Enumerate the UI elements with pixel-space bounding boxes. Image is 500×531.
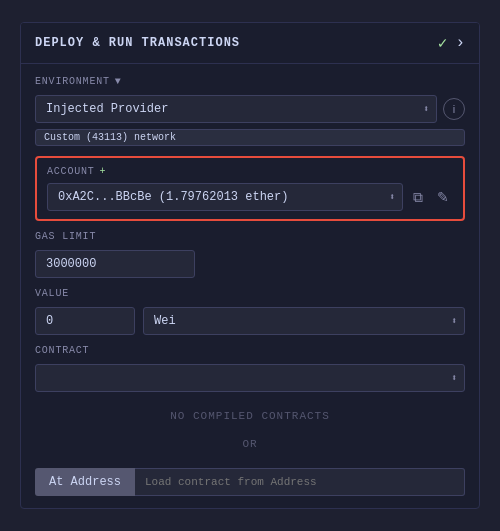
gas-limit-section: GAS LIMIT — [35, 231, 465, 278]
gas-limit-input[interactable] — [35, 250, 195, 278]
environment-row: Injected Provider JavaScript VM Web3 Pro… — [35, 95, 465, 123]
contract-select-wrapper: ⬍ — [35, 364, 465, 392]
account-select-wrapper: 0xA2C...BBcBe (1.79762013 ether) ⬍ — [47, 183, 403, 211]
environment-select-wrapper: Injected Provider JavaScript VM Web3 Pro… — [35, 95, 437, 123]
environment-info-button[interactable]: i — [443, 98, 465, 120]
at-address-input[interactable] — [135, 468, 465, 496]
environment-select[interactable]: Injected Provider JavaScript VM Web3 Pro… — [35, 95, 437, 123]
chevron-right-icon[interactable]: › — [455, 34, 465, 52]
network-badge: Custom (43113) network — [35, 129, 465, 146]
no-contracts-text: NO COMPILED CONTRACTS — [35, 402, 465, 426]
at-address-button[interactable]: At Address — [35, 468, 135, 496]
value-input[interactable] — [35, 307, 135, 335]
at-address-row: At Address — [35, 468, 465, 496]
or-text: OR — [35, 436, 465, 458]
environment-section: ENVIRONMENT ▼ Injected Provider JavaScri… — [35, 76, 465, 146]
account-section: ACCOUNT + 0xA2C...BBcBe (1.79762013 ethe… — [35, 156, 465, 221]
value-unit-wrapper: Wei Gwei Ether ⬍ — [143, 307, 465, 335]
gas-limit-label: GAS LIMIT — [35, 231, 465, 242]
value-unit-select[interactable]: Wei Gwei Ether — [143, 307, 465, 335]
account-edit-button[interactable]: ✎ — [433, 187, 453, 207]
panel-header: DEPLOY & RUN TRANSACTIONS ✓ › — [21, 23, 479, 64]
check-icon: ✓ — [438, 33, 448, 53]
value-section: VALUE Wei Gwei Ether ⬍ — [35, 288, 465, 335]
account-label: ACCOUNT + — [47, 166, 453, 177]
header-icons: ✓ › — [438, 33, 465, 53]
value-row: Wei Gwei Ether ⬍ — [35, 307, 465, 335]
environment-label: ENVIRONMENT ▼ — [35, 76, 465, 87]
value-label: VALUE — [35, 288, 465, 299]
panel-body: ENVIRONMENT ▼ Injected Provider JavaScri… — [21, 64, 479, 508]
panel-title: DEPLOY & RUN TRANSACTIONS — [35, 36, 240, 50]
account-plus-icon[interactable]: + — [100, 166, 107, 177]
account-select[interactable]: 0xA2C...BBcBe (1.79762013 ether) — [47, 183, 403, 211]
contract-label: CONTRACT — [35, 345, 465, 356]
contract-select[interactable] — [35, 364, 465, 392]
account-copy-button[interactable]: ⧉ — [409, 187, 427, 208]
account-row: 0xA2C...BBcBe (1.79762013 ether) ⬍ ⧉ ✎ — [47, 183, 453, 211]
environment-filter-icon: ▼ — [115, 76, 122, 87]
deploy-run-panel: DEPLOY & RUN TRANSACTIONS ✓ › ENVIRONMEN… — [20, 22, 480, 509]
contract-section: CONTRACT ⬍ — [35, 345, 465, 392]
